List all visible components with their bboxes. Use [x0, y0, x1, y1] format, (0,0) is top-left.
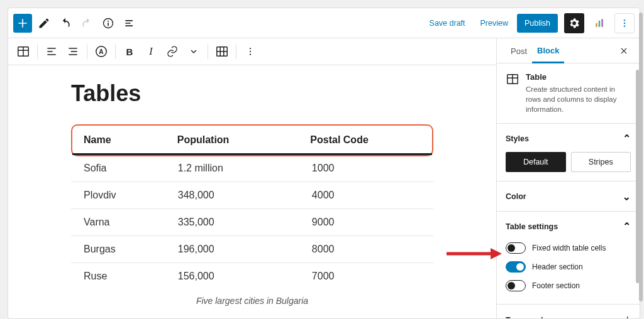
list-view-icon — [123, 17, 136, 30]
edit-mode-button[interactable] — [35, 14, 53, 33]
document-outline-button[interactable] — [120, 14, 139, 33]
tab-post[interactable]: Post — [506, 39, 532, 62]
block-type-button[interactable] — [13, 41, 33, 62]
plus-icon — [16, 17, 29, 30]
table-row[interactable]: Plovdiv348,0004000 — [71, 182, 433, 209]
table-cell[interactable]: Ruse — [71, 263, 165, 290]
table-row[interactable]: Burgas196,0008000 — [71, 236, 433, 263]
link-button[interactable] — [162, 41, 182, 62]
more-formatting-button[interactable] — [184, 41, 204, 62]
table-cell[interactable]: Burgas — [71, 236, 165, 263]
table-cell[interactable]: Sofia — [71, 155, 165, 182]
table-cell[interactable]: 1000 — [299, 155, 433, 182]
svg-point-8 — [624, 25, 625, 26]
toggle-off-icon — [506, 280, 526, 291]
style-stripes-button[interactable]: Stripes — [571, 152, 631, 172]
table-cell[interactable]: Plovdiv — [71, 182, 165, 209]
table-header-cell[interactable]: Postal Code — [299, 126, 432, 154]
table-cell[interactable]: 335,000 — [165, 209, 299, 236]
edit-table-button[interactable] — [212, 41, 232, 62]
pencil-icon — [38, 17, 50, 30]
table-row[interactable]: Ruse156,0007000 — [71, 263, 433, 290]
svg-point-20 — [250, 54, 251, 55]
data-table-header[interactable]: Name Population Postal Code — [72, 126, 432, 155]
align-button[interactable] — [63, 41, 83, 62]
color-label: Color — [506, 192, 526, 201]
footer-section-toggle[interactable]: Footer section — [506, 276, 631, 295]
text-color-icon: A — [94, 45, 108, 58]
jetpack-button[interactable] — [589, 13, 609, 33]
add-block-button[interactable] — [13, 14, 32, 33]
table-grid-icon — [215, 45, 229, 58]
table-cell[interactable]: 196,000 — [165, 236, 299, 263]
align-left-icon — [45, 45, 58, 58]
fixed-width-label: Fixed width table cells — [532, 244, 606, 252]
table-header-row[interactable]: Name Population Postal Code — [72, 126, 432, 154]
table-settings-label: Table settings — [506, 222, 558, 231]
block-name: Table — [526, 72, 631, 82]
table-row[interactable]: Varna335,0009000 — [71, 209, 433, 236]
preview-button[interactable]: Preview — [474, 14, 514, 33]
undo-button[interactable] — [56, 14, 75, 33]
data-table-body[interactable]: Sofia1.2 million1000Plovdiv348,0004000Va… — [71, 155, 433, 289]
table-cell[interactable]: 348,000 — [165, 182, 299, 209]
svg-point-19 — [250, 51, 251, 52]
table-header-highlight: Name Population Postal Code — [71, 124, 433, 156]
link-icon — [166, 45, 179, 58]
style-default-button[interactable]: Default — [506, 152, 566, 172]
chevron-up-icon: ⌃ — [623, 132, 631, 144]
table-icon — [16, 45, 30, 58]
typography-label: Typography — [506, 316, 550, 318]
table-settings-header[interactable]: Table settings ⌃ — [506, 220, 631, 232]
table-caption[interactable]: Five largest cities in Bulgaria — [71, 289, 433, 306]
align-icon — [67, 45, 79, 58]
svg-rect-3 — [596, 23, 597, 27]
table-cell[interactable]: 9000 — [299, 209, 433, 236]
styles-section-header[interactable]: Styles ⌃ — [506, 132, 631, 144]
block-more-button[interactable] — [240, 41, 260, 62]
chevron-down-icon — [189, 46, 199, 57]
text-color-button[interactable]: A — [91, 41, 111, 62]
toggle-on-icon — [506, 261, 526, 273]
table-cell[interactable]: Varna — [71, 209, 165, 236]
table-cell[interactable]: 1.2 million — [165, 155, 299, 182]
page-title[interactable]: Tables — [71, 80, 433, 107]
settings-sidebar: Post Block Table Create structured conte… — [496, 38, 640, 318]
italic-button[interactable]: I — [141, 41, 161, 62]
toggle-off-icon — [506, 242, 526, 254]
svg-rect-5 — [601, 19, 603, 26]
table-cell[interactable]: 7000 — [299, 263, 433, 290]
document-info-button[interactable] — [99, 14, 118, 33]
svg-rect-4 — [599, 20, 601, 26]
bold-button[interactable]: B — [119, 41, 140, 62]
header-section-label: Header section — [532, 262, 583, 271]
table-cell[interactable]: 156,000 — [165, 263, 299, 290]
page-scrollbar[interactable] — [639, 13, 643, 313]
align-left-button[interactable] — [42, 41, 62, 62]
typography-section-header[interactable]: Typography + — [506, 313, 631, 318]
footer-section-label: Footer section — [532, 281, 580, 290]
color-section-header[interactable]: Color ⌃ — [506, 190, 631, 202]
svg-point-18 — [250, 48, 251, 49]
redo-icon — [80, 17, 93, 30]
bars-icon — [593, 17, 606, 30]
editor-canvas: A B I Tab — [8, 38, 496, 318]
svg-text:A: A — [99, 48, 104, 55]
table-header-cell[interactable]: Name — [72, 126, 166, 154]
table-cell[interactable]: 8000 — [299, 236, 433, 263]
chevron-down-icon: ⌃ — [623, 190, 631, 202]
table-cell[interactable]: 4000 — [299, 182, 433, 209]
settings-toggle-button[interactable] — [564, 13, 584, 33]
more-options-button[interactable] — [614, 13, 635, 33]
close-sidebar-button[interactable] — [617, 44, 631, 58]
block-toolbar: A B I — [8, 38, 496, 65]
fixed-width-toggle[interactable]: Fixed width table cells — [506, 239, 631, 257]
tab-block[interactable]: Block — [532, 38, 564, 63]
publish-button[interactable]: Publish — [517, 14, 558, 33]
header-section-toggle[interactable]: Header section — [506, 257, 631, 276]
table-header-cell[interactable]: Population — [166, 126, 299, 154]
svg-rect-2 — [108, 23, 109, 26]
redo-button[interactable] — [77, 14, 96, 33]
table-row[interactable]: Sofia1.2 million1000 — [71, 155, 433, 182]
save-draft-button[interactable]: Save draft — [423, 14, 472, 33]
